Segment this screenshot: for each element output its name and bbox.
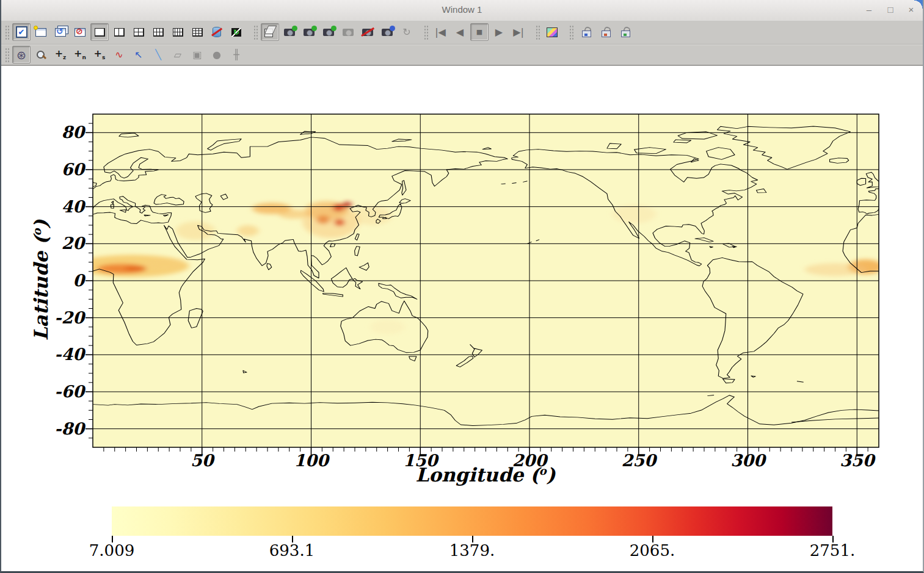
save-window-image-button[interactable] xyxy=(543,23,561,41)
delete-window-button[interactable]: ⊘ xyxy=(71,23,89,41)
line-tool-button[interactable]: ╲ xyxy=(149,46,167,63)
toolbar-drag-handle[interactable] xyxy=(569,25,573,40)
plane-tool-button[interactable]: ▱ xyxy=(169,46,187,63)
toolbar-drag-handle[interactable] xyxy=(253,25,258,40)
colorbar-label-2065.: 2065. xyxy=(616,541,689,560)
navigate-mode-button[interactable]: ⊛ xyxy=(12,46,31,63)
axis-restriction-tool-icon: ╫ xyxy=(233,49,239,60)
clear-plots-button[interactable] xyxy=(208,23,226,41)
previous-frame-icon: |◀ xyxy=(435,26,446,38)
camera-icon xyxy=(382,29,393,36)
clone-window-icon: ↺ xyxy=(55,28,66,37)
choose-center-of-rotation-icon: ↻ xyxy=(402,26,410,38)
hotspot-us-southwest xyxy=(613,205,657,223)
zone-pick-mode-button[interactable]: +z xyxy=(51,46,70,63)
colorbar-label-2751.: 2751. xyxy=(796,541,869,560)
stop-animation-button[interactable]: ■ xyxy=(470,23,489,41)
maximize-button[interactable]: □ xyxy=(882,2,898,17)
toolbar-drag-handle[interactable] xyxy=(5,48,9,62)
layout-grid-icon xyxy=(134,28,144,37)
layout-grid-icon xyxy=(153,28,164,37)
window-title: Window 1 xyxy=(1,4,923,15)
colorbar-label-693.1: 693.1 xyxy=(255,541,329,560)
lock-tools-button[interactable] xyxy=(616,23,634,41)
tools-toolbar: ⊛+z+n+s∿↖╲▱▣●╫ xyxy=(1,45,923,66)
recenter-view-camera-button[interactable] xyxy=(300,23,318,41)
hotspot-bodele-core xyxy=(125,265,147,272)
layout-2x2-button[interactable] xyxy=(129,23,148,41)
y-tick-label--80: -80 xyxy=(31,419,84,439)
delete-window-icon: ⊘ xyxy=(75,28,85,37)
box-tool-button[interactable]: ▣ xyxy=(188,46,206,63)
box-tool-icon: ▣ xyxy=(192,49,202,60)
line-tool-icon: ╲ xyxy=(155,49,161,60)
x-tick-label-300: 300 xyxy=(721,451,776,470)
active-window-toggle-button[interactable]: ✔ xyxy=(12,23,31,41)
layout-grid-icon xyxy=(95,28,105,37)
hotspot-australia-interior xyxy=(370,320,405,334)
node-pick-mode-button[interactable]: +n xyxy=(71,46,89,63)
plot-canvas: 50100150200250300350806040200-20-40-60-8… xyxy=(1,66,923,573)
toolbar-drag-handle[interactable] xyxy=(424,25,428,40)
toolbar-drag-handle[interactable] xyxy=(5,25,9,40)
camera-icon xyxy=(362,29,373,36)
hotspot-china-hotspot-2 xyxy=(343,202,351,208)
camera-icon xyxy=(304,29,315,36)
x-tick-label-100: 100 xyxy=(284,451,339,470)
x-tick-label-250: 250 xyxy=(611,451,666,470)
lock-view-button[interactable] xyxy=(577,23,595,41)
next-frame-button[interactable]: ▶| xyxy=(509,23,528,41)
minimize-button[interactable]: – xyxy=(861,2,877,17)
padlock-icon xyxy=(582,27,590,37)
layout-1x2-button[interactable] xyxy=(110,23,128,41)
y-tick-label-60: 60 xyxy=(31,159,84,180)
lineout-mode-icon: ∿ xyxy=(115,49,123,60)
axis-restriction-tool-button[interactable]: ╫ xyxy=(227,46,246,63)
window-corner-accent xyxy=(914,0,923,9)
play-reverse-button[interactable]: ◀ xyxy=(451,23,469,41)
layout-grid-icon xyxy=(173,28,183,37)
lock-time-button[interactable] xyxy=(596,23,614,41)
spreadsheet-pick-mode-button[interactable]: +s xyxy=(90,46,109,63)
title-bar[interactable]: Window 1 – □ × xyxy=(1,0,923,21)
plus-z-icon: +z xyxy=(55,49,67,60)
new-window-button[interactable] xyxy=(32,23,50,41)
hotspot-atlantic-dust-plume xyxy=(804,263,865,276)
map-background xyxy=(93,114,879,447)
play-forward-button[interactable]: ▶ xyxy=(490,23,508,41)
redo-view-camera-button[interactable] xyxy=(339,23,357,41)
hotspot-china-pacific-plume xyxy=(352,207,391,225)
visualization-window: Window 1 – □ × ✔↺⊘↻↻|◀◀■▶▶| ⊛+z+n+s∿↖╲▱▣… xyxy=(0,0,924,573)
camera-icon xyxy=(284,29,295,36)
spin-view-icon: ↻ xyxy=(231,28,241,37)
save-view-camera-button[interactable] xyxy=(378,23,396,41)
checkbox-icon: ✔ xyxy=(16,26,27,38)
navigate-mode-icon: ⊛ xyxy=(16,48,26,62)
zoom-mode-button[interactable] xyxy=(32,46,50,63)
remove-view-camera-button[interactable] xyxy=(358,23,377,41)
sphere-tool-button[interactable]: ● xyxy=(208,46,226,63)
toolbar-drag-handle[interactable] xyxy=(536,25,540,40)
choose-center-of-rotation-button[interactable]: ↻ xyxy=(398,23,416,41)
layout-2x4-button[interactable] xyxy=(169,23,187,41)
clone-window-button[interactable]: ↺ xyxy=(51,23,70,41)
layout-grid-icon xyxy=(192,28,203,37)
undo-view-camera-button[interactable] xyxy=(319,23,338,41)
reset-view-camera-button[interactable] xyxy=(280,23,299,41)
plus-n-icon: +n xyxy=(74,49,86,60)
previous-frame-button[interactable]: |◀ xyxy=(431,23,449,41)
pick-mode-button[interactable]: ↖ xyxy=(129,46,148,63)
lineout-mode-button[interactable]: ∿ xyxy=(110,46,128,63)
plus-s-icon: +s xyxy=(94,49,106,60)
spin-view-button[interactable]: ↻ xyxy=(227,23,246,41)
camera-icon xyxy=(343,29,354,36)
colorbar-label-1379.: 1379. xyxy=(435,541,509,560)
colorbar-label-7.009: 7.009 xyxy=(75,541,148,560)
layout-grid-icon xyxy=(114,28,125,37)
layout-2x3-button[interactable] xyxy=(149,23,167,41)
layout-1x1-button[interactable] xyxy=(90,23,109,41)
layout-3x3-button[interactable] xyxy=(188,23,206,41)
perspective-toggle-button[interactable] xyxy=(261,23,279,41)
world-map-heatmap[interactable] xyxy=(93,114,879,447)
padlock-icon xyxy=(602,27,609,37)
